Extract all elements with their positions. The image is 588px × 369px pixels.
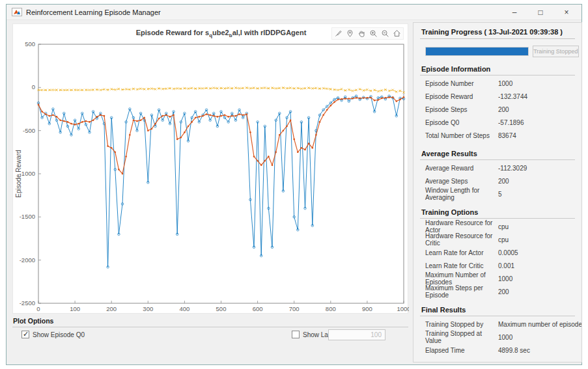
divider xyxy=(420,218,575,219)
info-row: Average Reward-112.3029 xyxy=(413,161,581,174)
panel-section: Average ResultsAverage Reward-112.3029Av… xyxy=(413,147,581,200)
row-label: Average Reward xyxy=(413,165,498,172)
pan-icon[interactable] xyxy=(357,29,367,38)
show-episode-q0-label: Show Episode Q0 xyxy=(33,331,85,338)
row-label: Window Length for Averaging xyxy=(413,187,498,201)
divider xyxy=(420,75,575,75)
info-row: Training Stopped at Value1000 xyxy=(413,331,581,344)
row-value: 1000 xyxy=(498,334,512,341)
row-label: Episode Q0 xyxy=(413,119,498,126)
row-value: 83674 xyxy=(498,132,516,139)
svg-text:600: 600 xyxy=(253,305,263,312)
titlebar: Reinforcement Learning Episode Manager –… xyxy=(7,5,581,20)
panel-section: Training OptionsHardware Resource for Ac… xyxy=(413,206,581,298)
svg-text:0: 0 xyxy=(36,305,40,312)
svg-text:700: 700 xyxy=(289,305,300,312)
row-label: Training Stopped at Value xyxy=(413,330,498,344)
row-value: 4899.8 sec xyxy=(498,347,530,354)
row-value: 1000 xyxy=(498,275,512,282)
info-row: Average Steps200 xyxy=(413,174,581,187)
row-label: Episode Number xyxy=(413,80,498,87)
info-row: Episode Number1000 xyxy=(413,77,581,90)
row-value: 200 xyxy=(498,288,509,295)
brush-icon[interactable] xyxy=(333,29,343,38)
plot-options-header: Plot Options xyxy=(13,317,53,325)
svg-text:200: 200 xyxy=(106,305,117,312)
svg-text:800: 800 xyxy=(326,305,336,312)
svg-text:100: 100 xyxy=(70,305,80,312)
close-button[interactable]: × xyxy=(562,8,571,17)
info-row: Hardware Resource for Criticcpu xyxy=(413,233,581,246)
info-row: Episode Reward-132.3744 xyxy=(413,90,581,103)
divider xyxy=(420,316,575,316)
section-header: Training Options xyxy=(413,206,581,216)
row-label: Episode Steps xyxy=(413,106,498,113)
row-label: Average Steps xyxy=(413,178,498,185)
row-value: 1000 xyxy=(498,80,512,87)
row-value: Maximum number of episodes xyxy=(498,321,582,328)
plot-options-divider xyxy=(12,327,408,327)
info-row: Learn Rate for Critic0.001 xyxy=(413,259,581,272)
svg-text:1000: 1000 xyxy=(397,305,409,312)
section-header: Final Results xyxy=(413,303,581,314)
training-progress-fill xyxy=(426,48,528,55)
training-progress-header: Training Progress ( 13-Jul-2021 09:39:38… xyxy=(413,23,581,36)
row-value: 0.001 xyxy=(498,262,514,269)
svg-text:500: 500 xyxy=(25,40,35,48)
home-icon[interactable] xyxy=(392,29,402,38)
row-label: Learn Rate for Actor xyxy=(413,249,498,256)
maximize-button[interactable]: □ xyxy=(536,8,545,17)
window-title: Reinforcement Learning Episode Manager xyxy=(26,8,161,16)
svg-text:-2000: -2000 xyxy=(20,256,35,264)
section-header: Average Results xyxy=(413,147,581,157)
row-label: Learn Rate for Critic xyxy=(413,262,498,269)
panel-sections: Episode InformationEpisode Number1000Epi… xyxy=(413,62,581,357)
row-value: 0.0005 xyxy=(498,249,518,256)
panel-section: Episode InformationEpisode Number1000Epi… xyxy=(413,62,581,142)
training-stopped-button: Training Stopped xyxy=(533,46,579,57)
svg-text:0: 0 xyxy=(32,83,35,90)
progress-row: Training Stopped xyxy=(425,46,579,57)
svg-text:-1500: -1500 xyxy=(20,213,35,220)
info-row: Window Length for Averaging5 xyxy=(413,187,581,200)
zoom-out-icon[interactable] xyxy=(380,29,390,38)
row-value: -112.3029 xyxy=(498,165,527,172)
row-value: cpu xyxy=(498,223,509,230)
axes-toolbar xyxy=(331,27,404,40)
info-row: Hardware Resource for Actorcpu xyxy=(413,220,581,233)
svg-text:-500: -500 xyxy=(23,127,35,134)
svg-text:400: 400 xyxy=(179,305,189,312)
info-row: Elapsed Time4899.8 sec xyxy=(413,344,581,357)
row-label: Episode Reward xyxy=(413,93,498,100)
row-value: cpu xyxy=(498,236,509,243)
row-label: Total Number of Steps xyxy=(413,132,498,139)
row-label: Hardware Resource for Critic xyxy=(413,232,498,247)
plot-canvas[interactable]: 010020030040050060070080090010005000-500… xyxy=(13,24,409,314)
panel-section: Final ResultsTraining Stopped byMaximum … xyxy=(413,303,581,357)
reward-plot-card: Episode Reward for sqube2bal,l with rlDD… xyxy=(12,23,408,314)
training-progress-panel: Training Progress ( 13-Jul-2021 09:39:38… xyxy=(413,22,582,362)
app-icon xyxy=(12,8,22,16)
row-value: 5 xyxy=(498,191,502,198)
checkbox-icon[interactable] xyxy=(292,331,300,338)
row-label: Maximum Steps per Episode xyxy=(413,284,498,299)
show-episode-q0-checkbox[interactable]: Show Episode Q0 xyxy=(21,331,85,338)
svg-text:500: 500 xyxy=(216,305,227,312)
svg-text:-2500: -2500 xyxy=(20,299,35,307)
row-value: 200 xyxy=(498,178,509,185)
divider xyxy=(420,38,575,39)
training-progress-bar xyxy=(425,47,529,56)
y-axis-label: Episode Reward xyxy=(15,150,22,197)
checkbox-icon[interactable] xyxy=(21,331,29,338)
main-content: Episode Reward for sqube2bal,l with rlDD… xyxy=(7,20,581,364)
info-row: Learn Rate for Actor0.0005 xyxy=(413,246,581,259)
svg-text:900: 900 xyxy=(362,305,372,312)
minimize-button[interactable]: – xyxy=(510,8,519,17)
zoom-in-icon[interactable] xyxy=(369,29,378,38)
divider xyxy=(420,159,575,160)
last-n-episodes-input xyxy=(328,329,385,340)
app-window: Reinforcement Learning Episode Manager –… xyxy=(6,4,582,365)
datatip-icon[interactable] xyxy=(345,29,355,38)
row-label: Hardware Resource for Actor xyxy=(413,219,498,234)
info-row: Maximum Steps per Episode200 xyxy=(413,285,581,298)
